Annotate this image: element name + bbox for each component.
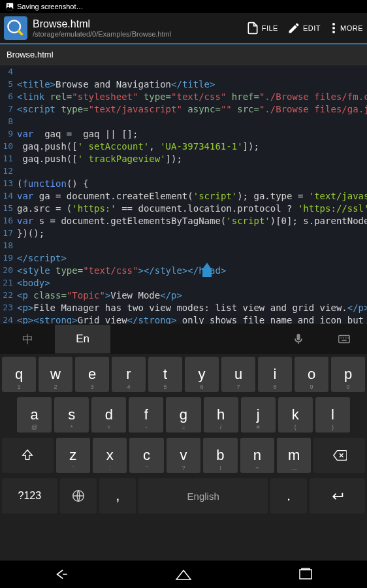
key-f[interactable]: f- [129, 397, 163, 433]
back-button[interactable] [39, 564, 84, 584]
key-s[interactable]: s* [54, 397, 89, 433]
key-r[interactable]: r4 [112, 357, 146, 392]
enter-key[interactable] [310, 478, 365, 514]
code-line[interactable]: 19</script> [0, 252, 367, 264]
svg-point-4 [341, 337, 342, 338]
key-c[interactable]: c" [129, 438, 163, 473]
svg-point-1 [8, 5, 9, 6]
key-n[interactable]: n~ [240, 438, 274, 473]
code-line[interactable]: 11 _gaq.push(['_trackPageview']); [0, 152, 367, 165]
svg-rect-11 [302, 568, 310, 570]
code-line[interactable]: 7<script type="text/javascript" async=""… [0, 103, 367, 115]
key-e[interactable]: e3 [75, 357, 109, 392]
tab-bar: Browse.html [0, 44, 367, 65]
key-x[interactable]: x: [93, 438, 127, 473]
toolbar-title-group: Browse.html /storage/emulated/0/Examples… [33, 18, 246, 38]
svg-point-5 [343, 337, 344, 338]
key-g[interactable]: g= [166, 397, 200, 433]
key-k[interactable]: k( [278, 397, 313, 433]
tab-active[interactable]: Browse.html [7, 50, 54, 59]
key-d[interactable]: d+ [91, 397, 126, 433]
code-line[interactable]: 8 [0, 115, 367, 127]
space-key[interactable]: English [138, 478, 267, 514]
key-w[interactable]: w2 [39, 357, 72, 392]
more-dots-icon [330, 23, 338, 33]
toolbar: Browse.html /storage/emulated/0/Examples… [0, 13, 367, 44]
key-y[interactable]: y6 [185, 357, 219, 392]
home-button[interactable] [161, 564, 206, 584]
key-o[interactable]: o9 [295, 357, 328, 392]
code-line[interactable]: 22<p class="Topic">View Mode</p> [0, 289, 367, 301]
file-path: /storage/emulated/0/Examples/Browse.html [33, 30, 246, 38]
code-line[interactable]: 5<title>Browse and Navigation</title> [0, 78, 367, 90]
svg-rect-8 [342, 340, 346, 341]
key-i[interactable]: i8 [258, 357, 292, 392]
keyboard: 中 En q1w2e3r4t5y6u7i8o9p0 a@s*d+f-g=h/j#… [0, 324, 367, 561]
key-t[interactable]: t5 [148, 357, 182, 392]
code-line[interactable]: 21<body> [0, 276, 367, 289]
code-line[interactable]: 13 (function() { [0, 177, 367, 189]
status-bar: Saving screenshot… [0, 0, 367, 13]
code-line[interactable]: 16 var s = document.getElementsByTagName… [0, 214, 367, 227]
code-editor[interactable]: 45<title>Browse and Navigation</title>6<… [0, 65, 367, 350]
backspace-key[interactable] [313, 438, 365, 473]
keyboard-settings-button[interactable] [321, 332, 367, 346]
status-text: Saving screenshot… [17, 3, 84, 10]
key-m[interactable]: m… [277, 438, 311, 473]
mic-button[interactable] [276, 333, 321, 346]
shift-key[interactable] [2, 438, 54, 473]
key-j[interactable]: j# [241, 397, 276, 433]
app-icon[interactable] [4, 16, 27, 40]
recent-button[interactable] [283, 564, 328, 584]
code-line[interactable]: 12 [0, 165, 367, 177]
edit-button[interactable]: EDIT [287, 22, 321, 35]
code-line[interactable]: 14 var ga = document.createElement('scri… [0, 189, 367, 202]
key-u[interactable]: u7 [221, 357, 255, 392]
code-line[interactable]: 10 _gaq.push(['_setAccount', 'UA-3973416… [0, 140, 367, 152]
svg-point-7 [348, 337, 349, 338]
code-line[interactable]: 9 var _gaq = _gaq || []; [0, 127, 367, 140]
key-q[interactable]: q1 [2, 357, 36, 392]
lang-chinese[interactable]: 中 [0, 324, 55, 355]
file-title: Browse.html [33, 18, 246, 30]
comma-key[interactable]: , [99, 478, 136, 514]
lang-english[interactable]: En [55, 325, 110, 353]
period-key[interactable]: . [270, 478, 307, 514]
code-line[interactable]: 17 })(); [0, 227, 367, 239]
svg-rect-10 [300, 570, 311, 579]
code-line[interactable]: 20<style type="text/css"></style></head> [0, 264, 367, 276]
globe-key[interactable] [60, 478, 97, 514]
key-b[interactable]: b! [203, 438, 237, 473]
code-line[interactable]: 4 [0, 65, 367, 78]
more-button[interactable]: MORE [330, 23, 363, 33]
code-line[interactable]: 15 ga.src = ('https:' == document.locati… [0, 202, 367, 214]
key-a[interactable]: a@ [17, 397, 52, 433]
file-button[interactable]: FILE [246, 22, 278, 35]
code-line[interactable]: 23<p>File Manager has two view modes: li… [0, 301, 367, 314]
key-z[interactable]: z' [56, 438, 90, 473]
symbols-key[interactable]: ?123 [2, 478, 57, 514]
nav-bar [0, 561, 367, 588]
svg-rect-3 [339, 336, 350, 343]
key-l[interactable]: l) [315, 397, 350, 433]
code-line[interactable]: 18 [0, 239, 367, 252]
text-cursor-handle[interactable] [200, 264, 214, 278]
key-v[interactable]: v? [167, 438, 200, 473]
image-icon [5, 2, 14, 11]
svg-point-6 [345, 337, 347, 338]
key-p[interactable]: p0 [331, 357, 365, 392]
key-h[interactable]: h/ [204, 397, 238, 433]
code-line[interactable]: 6<link rel="stylesheet" type="text/css" … [0, 90, 367, 103]
